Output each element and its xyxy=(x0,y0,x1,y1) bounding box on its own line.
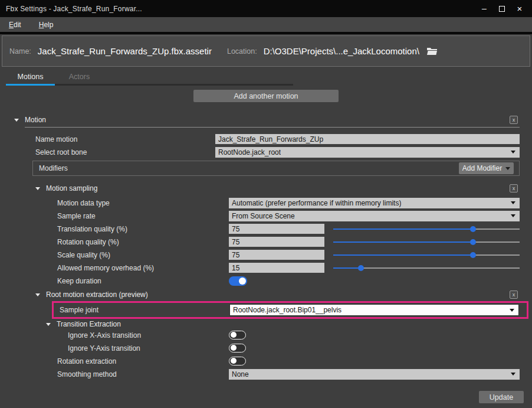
name-motion-input[interactable] xyxy=(215,134,520,144)
slider-thumb[interactable] xyxy=(470,239,476,245)
scale-quality-row: Scale quality (%) xyxy=(0,249,520,261)
rotation-extraction-toggle[interactable] xyxy=(229,357,246,365)
root-bone-dropdown[interactable]: RootNode.jack_root xyxy=(215,147,520,158)
transition-extraction-title: Transition Extraction xyxy=(57,320,121,328)
tabbar: Motions Actors xyxy=(0,70,532,86)
sample-joint-dropdown[interactable]: RootNode.jack_root.Bip01__pelvis xyxy=(229,304,519,316)
add-modifier-button[interactable]: Add Modifier xyxy=(459,162,514,174)
motion-sampling-header: Motion sampling x xyxy=(0,183,518,194)
root-motion-extraction-title: Root motion extraction (preview) xyxy=(46,291,148,299)
smoothing-method-dropdown[interactable]: None xyxy=(229,369,520,380)
sample-rate-dropdown[interactable]: From Source Scene xyxy=(229,211,520,221)
slider-thumb[interactable] xyxy=(470,252,476,258)
menu-help[interactable]: Help xyxy=(39,21,54,29)
chevron-down-icon xyxy=(505,167,510,170)
scale-quality-label: Scale quality (%) xyxy=(57,251,229,259)
section-divider xyxy=(25,127,520,128)
memory-overhead-input[interactable] xyxy=(229,263,324,273)
memory-overhead-slider[interactable] xyxy=(333,263,520,273)
collapse-caret-icon[interactable] xyxy=(46,323,51,326)
keep-duration-row: Keep duration xyxy=(0,275,520,287)
update-button[interactable]: Update xyxy=(479,391,524,403)
motions-panel: Add another motion Motion x Name motion … xyxy=(0,90,532,380)
translation-quality-row: Translation quality (%) xyxy=(0,223,520,235)
fbx-settings-window: Fbx Settings - Jack_Strafe_Run_Forwar...… xyxy=(0,0,532,408)
ignore-y-axis-row: Ignore Y-Axis transition xyxy=(0,342,520,354)
scale-quality-field xyxy=(229,250,520,260)
scale-quality-slider[interactable] xyxy=(333,250,520,260)
keep-duration-toggle[interactable] xyxy=(229,276,247,286)
motion-data-type-dropdown[interactable]: Automatic (prefer performance if within … xyxy=(229,198,520,208)
modifiers-label: Modifiers xyxy=(39,164,68,172)
collapse-caret-icon[interactable] xyxy=(35,187,40,190)
close-icon[interactable]: × xyxy=(515,4,524,13)
sample-rate-label: Sample rate xyxy=(57,212,229,220)
translation-quality-input[interactable] xyxy=(229,224,324,234)
scale-quality-input[interactable] xyxy=(229,250,324,260)
menubar: Edit Help xyxy=(0,17,532,34)
smoothing-method-value: None xyxy=(232,370,249,378)
open-folder-icon[interactable] xyxy=(426,47,438,56)
collapse-caret-icon[interactable] xyxy=(14,119,19,122)
rotation-quality-input[interactable] xyxy=(229,237,324,247)
chevron-down-icon xyxy=(511,373,515,376)
sample-joint-label: Sample joint xyxy=(60,306,229,314)
toggle-knob xyxy=(231,358,237,364)
slider-thumb[interactable] xyxy=(470,226,476,232)
collapse-caret-icon[interactable] xyxy=(35,293,40,296)
window-controls: – × xyxy=(480,4,532,13)
rotation-quality-row: Rotation quality (%) xyxy=(0,236,520,248)
remove-motion-sampling-button[interactable]: x xyxy=(510,184,518,192)
remove-root-motion-button[interactable]: x xyxy=(510,291,518,299)
select-root-bone-label: Select root bone xyxy=(35,148,215,156)
chevron-down-icon xyxy=(511,151,515,154)
rotation-extraction-label: Rotation extraction xyxy=(57,357,229,365)
smoothing-method-label: Smoothing method xyxy=(57,370,229,378)
root-bone-value: RootNode.jack_root xyxy=(218,148,281,156)
chevron-down-icon xyxy=(511,201,515,204)
sample-rate-row: Sample rate From Source Scene xyxy=(0,210,520,222)
remove-motion-button[interactable]: x xyxy=(510,116,518,124)
tab-actors[interactable]: Actors xyxy=(55,70,104,86)
location-label: Location: xyxy=(227,47,257,56)
motion-sampling-title: Motion sampling xyxy=(46,184,97,192)
maximize-icon[interactable] xyxy=(498,4,506,13)
tab-motions[interactable]: Motions xyxy=(6,70,55,86)
root-motion-extraction-header: Root motion extraction (preview) x xyxy=(0,289,518,300)
toggle-knob xyxy=(231,345,237,351)
sample-rate-value: From Source Scene xyxy=(232,212,295,220)
rotation-extraction-row: Rotation extraction xyxy=(0,355,520,367)
name-motion-row: Name motion xyxy=(0,133,520,145)
menu-edit[interactable]: Edit xyxy=(9,21,21,29)
translation-quality-field xyxy=(229,224,520,234)
select-root-bone-row: Select root bone RootNode.jack_root xyxy=(0,146,520,158)
toggle-knob xyxy=(231,332,237,338)
transition-extraction-header: Transition Extraction xyxy=(0,319,518,329)
add-another-motion-button[interactable]: Add another motion xyxy=(193,90,339,102)
rotation-quality-label: Rotation quality (%) xyxy=(57,238,229,246)
rotation-quality-field xyxy=(229,237,520,247)
ignore-y-axis-toggle[interactable] xyxy=(229,344,246,352)
chevron-down-icon xyxy=(510,309,514,312)
chevron-down-icon xyxy=(511,214,515,217)
rotation-quality-slider[interactable] xyxy=(333,237,520,247)
motion-data-type-value: Automatic (prefer performance if within … xyxy=(232,199,401,207)
sample-joint-highlight: Sample joint RootNode.jack_root.Bip01__p… xyxy=(52,301,528,319)
slider-fill xyxy=(333,241,473,243)
minimize-icon[interactable]: – xyxy=(480,4,488,13)
motion-data-type-row: Motion data type Automatic (prefer perfo… xyxy=(0,197,520,209)
translation-quality-label: Translation quality (%) xyxy=(57,225,229,233)
add-modifier-label: Add Modifier xyxy=(462,164,502,172)
modifiers-bar: Modifiers Add Modifier xyxy=(32,161,520,176)
ignore-x-axis-toggle[interactable] xyxy=(229,331,246,340)
slider-fill xyxy=(333,229,473,230)
file-header-panel: Name: Jack_Strafe_Run_Forwards_ZUp.fbx.a… xyxy=(2,35,530,67)
sample-joint-value: RootNode.jack_root.Bip01__pelvis xyxy=(233,306,341,314)
slider-thumb[interactable] xyxy=(358,265,364,271)
motion-section-header: Motion x xyxy=(0,114,518,126)
ignore-y-axis-label: Ignore Y-Axis transition xyxy=(68,344,229,352)
name-motion-label: Name motion xyxy=(35,135,215,143)
name-label: Name: xyxy=(9,47,31,56)
memory-overhead-field xyxy=(229,263,520,273)
translation-quality-slider[interactable] xyxy=(333,224,520,234)
